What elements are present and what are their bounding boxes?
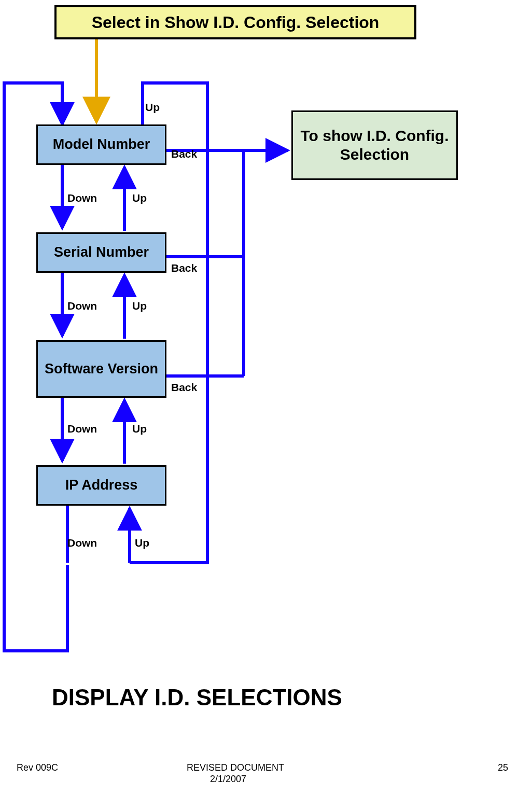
node-target: To show I.D. Config. Selection — [291, 110, 458, 180]
page: Select in Show I.D. Config. Selection Mo… — [0, 0, 532, 794]
header-title: Select in Show I.D. Config. Selection — [92, 13, 380, 32]
label-back: Back — [171, 381, 197, 394]
node-label: IP Address — [65, 477, 138, 493]
node-model-number: Model Number — [36, 124, 166, 165]
node-software-version: Software Version — [36, 340, 166, 398]
label-up: Up — [132, 423, 147, 435]
footer-rev: Rev 009C — [17, 762, 58, 773]
label-up: Up — [145, 101, 160, 114]
label-up: Up — [132, 300, 147, 312]
footer-page: 25 — [498, 762, 508, 773]
label-down: Down — [67, 537, 97, 549]
label-down: Down — [67, 192, 97, 204]
node-serial-number: Serial Number — [36, 232, 166, 273]
label-back: Back — [171, 148, 197, 160]
footer-date: 2/1/2007 — [210, 774, 246, 785]
node-label: Serial Number — [54, 244, 149, 260]
header-box: Select in Show I.D. Config. Selection — [54, 5, 416, 39]
label-up: Up — [135, 537, 149, 549]
label-down: Down — [67, 300, 97, 312]
footer-doc: REVISED DOCUMENT — [187, 762, 284, 773]
node-label: To show I.D. Config. Selection — [293, 127, 456, 164]
node-label: Software Version — [45, 361, 158, 377]
label-up: Up — [132, 192, 147, 204]
label-down: Down — [67, 423, 97, 435]
node-ip-address: IP Address — [36, 465, 166, 506]
page-title: DISPLAY I.D. SELECTIONS — [52, 685, 342, 711]
label-back: Back — [171, 262, 197, 274]
node-label: Model Number — [53, 136, 150, 152]
